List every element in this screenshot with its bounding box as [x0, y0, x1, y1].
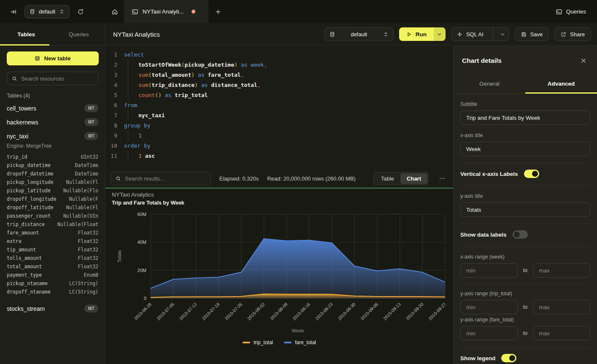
code-line[interactable]: 91 [105, 131, 453, 141]
home-button[interactable] [105, 0, 124, 23]
svg-text:2015-09-20: 2015-09-20 [405, 302, 424, 321]
svg-text:60M: 60M [138, 212, 146, 217]
table-row-stocks-stream[interactable]: stocks_stream MT [0, 302, 105, 315]
view-toggle-chart[interactable]: Chart [400, 173, 427, 184]
plus-icon [215, 8, 222, 15]
unsaved-indicator-dot [192, 10, 195, 13]
column-row[interactable]: dropoff_latitudeNullable(Fl [0, 203, 105, 212]
sidebar-tab-queries[interactable]: Queries [53, 23, 105, 45]
column-row[interactable]: total_amountFloat32 [0, 262, 105, 271]
resource-search-input[interactable] [21, 75, 95, 82]
code-line[interactable]: 111 asc [105, 151, 453, 161]
code-line[interactable]: 4sum(trip_distance) as distance_total, [105, 80, 453, 90]
new-tab-button[interactable] [208, 0, 228, 23]
tab-general[interactable]: General [454, 74, 525, 93]
chart-title: NYTaxi Analytics [112, 191, 154, 198]
run-button[interactable]: Run [399, 27, 434, 41]
new-table-button-label: New table [44, 55, 70, 62]
table-row-hackernews[interactable]: hackernews MT [0, 115, 105, 129]
column-row[interactable]: dropoff_ntanameLC(String) [0, 288, 105, 296]
save-button-label: Save [530, 31, 543, 38]
show-legend-toggle[interactable] [501, 354, 516, 362]
run-database-selector[interactable]: default [324, 27, 394, 41]
results-chart[interactable]: 020M40M60MTotals2015-06-282015-07-052015… [105, 189, 453, 364]
sql-ai-button[interactable]: SQL AI [451, 31, 489, 38]
column-row[interactable]: trip_distanceNullable(Float [0, 220, 105, 229]
table-icon [35, 56, 40, 61]
yaxis-range-fare-max-input[interactable] [533, 326, 590, 340]
column-row[interactable]: dropoff_datetimeDateTime [0, 170, 105, 178]
code-line[interactable]: 1select [105, 50, 453, 60]
yaxis-range-fare-min-input[interactable] [460, 326, 518, 340]
column-row[interactable]: pickup_latitudeNullable(Flo [0, 186, 105, 195]
code-line[interactable]: 6from [105, 100, 453, 111]
code-line[interactable]: 2toStartOfWeek(pickup_datetime) as week, [105, 60, 453, 70]
sql-editor[interactable]: 1select2toStartOfWeek(pickup_datetime) a… [105, 46, 453, 169]
xaxis-range-max-input[interactable] [533, 263, 590, 278]
code-line[interactable]: 8group by [105, 121, 453, 131]
subtitle-field[interactable] [460, 111, 590, 125]
yaxis-title-field[interactable] [460, 202, 590, 217]
line-number: 8 [105, 121, 117, 131]
yaxis-range-trip-max-input[interactable] [533, 300, 590, 314]
save-button[interactable]: Save [515, 27, 549, 41]
divider [493, 28, 493, 40]
collapse-sidebar-button[interactable] [8, 7, 19, 17]
legend-item-trip_total[interactable]: trip_total [243, 340, 273, 345]
column-row[interactable]: fare_amountFloat32 [0, 229, 105, 237]
column-row[interactable]: passenger_countNullable(UIn [0, 212, 105, 220]
results-search-input[interactable] [125, 175, 206, 182]
yaxis-range-trip-min-input[interactable] [460, 300, 518, 314]
share-button[interactable]: Share [554, 27, 591, 41]
new-table-button[interactable]: New table [7, 51, 99, 65]
sidebar-tab-tables[interactable]: Tables [0, 23, 53, 45]
table-row-nyc-taxi[interactable]: nyc_taxi MT [0, 129, 105, 143]
queries-button[interactable]: Queries [556, 8, 586, 15]
legend-item-fare_total[interactable]: fare_total [284, 340, 316, 345]
code-line[interactable]: 7nyc_taxi [105, 111, 453, 121]
code-line[interactable]: 3sum(total_amount) as fare_total, [105, 70, 453, 80]
line-number: 1 [105, 50, 117, 60]
topbar-left: default [0, 5, 105, 19]
database-selector[interactable]: default [24, 5, 70, 19]
xaxis-title-field[interactable] [460, 142, 590, 156]
table-row-cell-towers[interactable]: cell_towers MT [0, 101, 105, 115]
more-options-button[interactable] [437, 173, 447, 183]
column-row[interactable]: pickup_longitudeNullable(Fl [0, 178, 105, 186]
sql-ai-options-button[interactable] [497, 32, 509, 37]
svg-text:2015-09-27: 2015-09-27 [427, 302, 447, 321]
refresh-button[interactable] [76, 7, 86, 17]
close-panel-button[interactable] [578, 56, 589, 66]
tables-section-title: Tables (4) [7, 93, 98, 99]
query-title: NYTaxi Analytics [113, 31, 160, 38]
column-row[interactable]: extraFloat32 [0, 237, 105, 245]
line-number: 2 [105, 60, 117, 70]
column-row[interactable]: dropoff_longitudeNullable(F [0, 195, 105, 203]
code-line[interactable]: 10order by [105, 141, 453, 151]
svg-text:2015-08-30: 2015-08-30 [337, 302, 357, 321]
tab-nytaxi-analytics[interactable]: NYTaxi Analyti... [124, 0, 208, 23]
engine-badge: MT [84, 132, 98, 140]
show-data-labels-toggle[interactable] [513, 230, 528, 239]
run-options-button[interactable] [434, 27, 446, 41]
chart-details-header: Chart details [454, 46, 597, 74]
column-row[interactable]: pickup_ntanameLC(String) [0, 279, 105, 288]
column-row[interactable]: tolls_amountFloat32 [0, 254, 105, 262]
divider [460, 185, 590, 186]
column-row[interactable]: tip_amountFloat32 [0, 245, 105, 254]
column-row[interactable]: pickup_datetimeDateTime [0, 161, 105, 170]
svg-text:2015-08-09: 2015-08-09 [269, 302, 289, 321]
view-toggle-table[interactable]: Table [375, 173, 400, 184]
column-row[interactable]: trip_idUInt32 [0, 153, 105, 161]
code-line[interactable]: 5count() as trip_total [105, 90, 453, 100]
xaxis-range-min-input[interactable] [460, 263, 518, 278]
share-button-label: Share [570, 31, 585, 38]
vertical-xaxis-labels-toggle[interactable] [524, 170, 539, 178]
svg-text:2015-08-23: 2015-08-23 [314, 302, 334, 321]
app-window: default NYTaxi Analyti... Queri [0, 0, 597, 364]
sidebar-tabs: Tables Queries [0, 23, 105, 46]
column-row[interactable]: payment_typeEnum8 [0, 271, 105, 279]
yaxis-range-fare-row: to [460, 326, 590, 340]
divider [460, 224, 590, 224]
tab-advanced[interactable]: Advanced [525, 74, 597, 93]
